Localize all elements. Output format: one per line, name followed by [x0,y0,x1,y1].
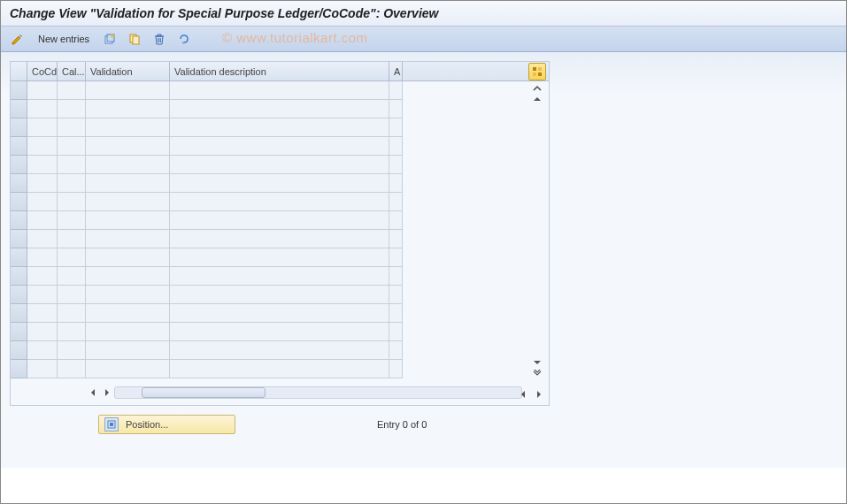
svg-rect-5 [533,67,536,71]
position-label: Position... [126,419,168,430]
table-settings-icon[interactable] [528,63,546,80]
page-title: Change View "Validation for Special Purp… [10,6,837,20]
vertical-scroll [528,83,546,378]
col-desc[interactable]: Validation description [170,62,389,80]
table-row[interactable] [11,323,549,341]
scroll-top-icon[interactable] [531,83,543,94]
svg-rect-6 [538,67,542,71]
table-row[interactable] [11,248,549,267]
table-row[interactable] [11,100,549,118]
table-row[interactable] [11,118,549,137]
col-a[interactable]: A [389,62,403,80]
scroll-up-icon[interactable] [531,94,543,104]
svg-rect-7 [533,73,536,76]
new-entries-button[interactable]: New entries [33,32,95,46]
table-row[interactable] [11,193,549,211]
table-body [11,81,549,380]
toolbar: New entries © www.tutorialkart.com [1,27,846,52]
table-row[interactable] [11,267,549,286]
position-icon [104,417,119,431]
col-selector[interactable] [11,62,27,80]
table-row[interactable] [11,211,549,230]
table-row[interactable] [11,286,549,304]
scroll-track[interactable] [114,386,522,399]
main-panel: CoCd Cal... Validation Validation descri… [1,52,846,468]
table-panel: CoCd Cal... Validation Validation descri… [10,61,550,406]
col-cocd[interactable]: CoCd [27,62,58,80]
table-row[interactable] [11,341,549,360]
change-icon[interactable] [8,30,27,48]
table-row[interactable] [11,81,549,100]
delete-icon[interactable] [150,30,169,48]
svg-rect-4 [133,36,139,44]
footer: Position... Entry 0 of 0 [1,408,846,441]
scroll-right-icon[interactable] [100,386,114,400]
scroll-left-icon[interactable] [86,386,100,400]
col-validation[interactable]: Validation [86,62,170,80]
svg-rect-8 [538,73,542,76]
svg-rect-10 [110,423,113,426]
scroll-right2-icon[interactable] [532,387,546,401]
scroll-down-icon[interactable] [531,357,543,368]
svg-point-2 [111,34,114,38]
table-row[interactable] [11,304,549,323]
scroll-thumb[interactable] [142,387,266,398]
table-row[interactable] [11,360,549,378]
copy-icon[interactable] [125,30,144,48]
entry-count: Entry 0 of 0 [377,419,427,430]
undo-icon[interactable] [174,30,194,48]
table-row[interactable] [11,137,549,156]
scroll-left2-icon[interactable] [516,387,530,401]
table-row[interactable] [11,230,549,248]
watermark-text: © www.tutorialkart.com [222,30,368,45]
table-row[interactable] [11,156,549,174]
table-row[interactable] [11,174,549,193]
table-header: CoCd Cal... Validation Validation descri… [11,62,549,81]
col-cal[interactable]: Cal... [58,62,86,80]
scroll-bottom-icon[interactable] [531,368,543,378]
horizontal-scroll [86,384,522,401]
position-button[interactable]: Position... [98,415,235,434]
copy-as-icon[interactable] [100,30,119,48]
